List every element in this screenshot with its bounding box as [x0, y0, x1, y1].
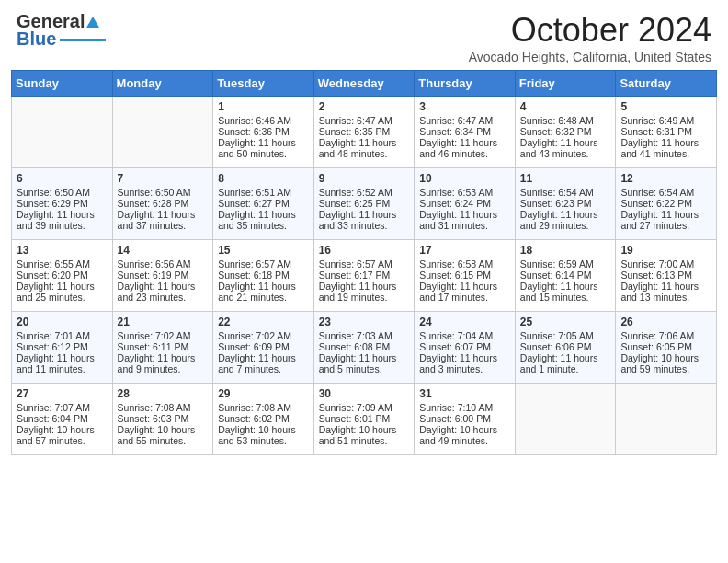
day-number: 23 [319, 316, 410, 328]
day-number: 26 [620, 316, 711, 328]
sunset-text: Sunset: 6:04 PM [17, 413, 108, 424]
page-header: General Blue October 2024 Avocado Height… [0, 0, 728, 70]
sunrise-text: Sunrise: 6:46 AM [218, 115, 309, 126]
calendar-cell: 20Sunrise: 7:01 AMSunset: 6:12 PMDayligh… [12, 312, 113, 384]
sunset-text: Sunset: 6:34 PM [419, 126, 510, 137]
calendar-cell: 4Sunrise: 6:48 AMSunset: 6:32 PMDaylight… [515, 97, 616, 168]
day-number: 13 [17, 244, 108, 257]
calendar-week-row: 1Sunrise: 6:46 AMSunset: 6:36 PMDaylight… [12, 97, 717, 168]
calendar-cell: 18Sunrise: 6:59 AMSunset: 6:14 PMDayligh… [515, 240, 616, 312]
day-of-week-header: Wednesday [313, 71, 415, 97]
day-number: 18 [520, 244, 611, 257]
sunset-text: Sunset: 6:03 PM [118, 413, 209, 424]
sunrise-text: Sunrise: 7:00 AM [620, 259, 711, 270]
logo: General Blue [17, 11, 106, 50]
daylight-text: Daylight: 11 hours and 1 minute. [520, 352, 611, 374]
calendar-cell: 13Sunrise: 6:55 AMSunset: 6:20 PMDayligh… [12, 240, 113, 312]
day-number: 29 [218, 387, 309, 400]
sunrise-text: Sunrise: 7:01 AM [17, 330, 108, 341]
calendar-cell [112, 97, 213, 168]
calendar-week-row: 27Sunrise: 7:07 AMSunset: 6:04 PMDayligh… [12, 384, 717, 455]
sunset-text: Sunset: 6:12 PM [17, 341, 108, 352]
daylight-text: Daylight: 11 hours and 9 minutes. [118, 352, 209, 374]
daylight-text: Daylight: 11 hours and 33 minutes. [319, 209, 410, 231]
sunrise-text: Sunrise: 7:09 AM [319, 402, 410, 413]
day-number: 24 [419, 316, 510, 328]
daylight-text: Daylight: 11 hours and 15 minutes. [520, 281, 611, 303]
daylight-text: Daylight: 11 hours and 37 minutes. [118, 209, 209, 231]
sunset-text: Sunset: 6:35 PM [319, 126, 410, 137]
daylight-text: Daylight: 11 hours and 25 minutes. [17, 281, 108, 303]
daylight-text: Daylight: 10 hours and 51 minutes. [319, 424, 410, 446]
sunrise-text: Sunrise: 7:08 AM [118, 402, 209, 413]
calendar-cell: 1Sunrise: 6:46 AMSunset: 6:36 PMDaylight… [213, 97, 314, 168]
day-number: 8 [218, 172, 309, 185]
sunset-text: Sunset: 6:31 PM [620, 126, 711, 137]
day-number: 30 [319, 387, 410, 400]
sunrise-text: Sunrise: 6:49 AM [620, 115, 711, 126]
daylight-text: Daylight: 11 hours and 39 minutes. [17, 209, 108, 231]
sunset-text: Sunset: 6:36 PM [218, 126, 309, 137]
sunset-text: Sunset: 6:25 PM [319, 198, 410, 209]
daylight-text: Daylight: 11 hours and 43 minutes. [520, 137, 611, 159]
sunset-text: Sunset: 6:01 PM [319, 413, 410, 424]
day-of-week-header: Saturday [616, 71, 717, 97]
calendar-week-row: 6Sunrise: 6:50 AMSunset: 6:29 PMDaylight… [12, 168, 717, 240]
sunrise-text: Sunrise: 6:48 AM [520, 115, 611, 126]
calendar-cell: 12Sunrise: 6:54 AMSunset: 6:22 PMDayligh… [616, 168, 717, 240]
day-of-week-header: Friday [515, 71, 616, 97]
daylight-text: Daylight: 11 hours and 46 minutes. [419, 137, 510, 159]
day-number: 31 [419, 387, 510, 400]
sunset-text: Sunset: 6:18 PM [218, 270, 309, 281]
sunrise-text: Sunrise: 7:10 AM [419, 402, 510, 413]
daylight-text: Daylight: 11 hours and 7 minutes. [218, 352, 309, 374]
calendar-cell: 9Sunrise: 6:52 AMSunset: 6:25 PMDaylight… [313, 168, 415, 240]
day-number: 16 [319, 244, 410, 257]
calendar-body: 1Sunrise: 6:46 AMSunset: 6:36 PMDaylight… [12, 97, 717, 455]
calendar-cell [12, 97, 113, 168]
sunrise-text: Sunrise: 7:08 AM [218, 402, 309, 413]
sunrise-text: Sunrise: 6:54 AM [620, 187, 711, 198]
sunrise-text: Sunrise: 7:06 AM [620, 330, 711, 341]
daylight-text: Daylight: 10 hours and 55 minutes. [118, 424, 209, 446]
sunset-text: Sunset: 6:20 PM [17, 270, 108, 281]
calendar-cell: 28Sunrise: 7:08 AMSunset: 6:03 PMDayligh… [112, 384, 213, 455]
sunset-text: Sunset: 6:13 PM [620, 270, 711, 281]
calendar-cell: 22Sunrise: 7:02 AMSunset: 6:09 PMDayligh… [213, 312, 314, 384]
calendar-week-row: 20Sunrise: 7:01 AMSunset: 6:12 PMDayligh… [12, 312, 717, 384]
sunset-text: Sunset: 6:05 PM [620, 341, 711, 352]
daylight-text: Daylight: 11 hours and 13 minutes. [620, 281, 711, 303]
sunset-text: Sunset: 6:09 PM [218, 341, 309, 352]
daylight-text: Daylight: 10 hours and 53 minutes. [218, 424, 309, 446]
sunrise-text: Sunrise: 6:50 AM [17, 187, 108, 198]
daylight-text: Daylight: 11 hours and 11 minutes. [17, 352, 108, 374]
sunset-text: Sunset: 6:27 PM [218, 198, 309, 209]
sunset-text: Sunset: 6:08 PM [319, 341, 410, 352]
daylight-text: Daylight: 11 hours and 48 minutes. [319, 137, 410, 159]
calendar-cell: 27Sunrise: 7:07 AMSunset: 6:04 PMDayligh… [12, 384, 113, 455]
calendar-cell: 29Sunrise: 7:08 AMSunset: 6:02 PMDayligh… [213, 384, 314, 455]
calendar-cell: 3Sunrise: 6:47 AMSunset: 6:34 PMDaylight… [415, 97, 516, 168]
daylight-text: Daylight: 11 hours and 41 minutes. [620, 137, 711, 159]
sunrise-text: Sunrise: 6:57 AM [319, 259, 410, 270]
sunrise-text: Sunrise: 6:55 AM [17, 259, 108, 270]
calendar-table: SundayMondayTuesdayWednesdayThursdayFrid… [11, 70, 717, 455]
sunset-text: Sunset: 6:17 PM [319, 270, 410, 281]
sunrise-text: Sunrise: 7:04 AM [419, 330, 510, 341]
day-number: 7 [118, 172, 209, 185]
calendar-cell: 10Sunrise: 6:53 AMSunset: 6:24 PMDayligh… [415, 168, 516, 240]
daylight-text: Daylight: 11 hours and 27 minutes. [620, 209, 711, 231]
day-number: 5 [620, 100, 711, 113]
calendar-cell: 2Sunrise: 6:47 AMSunset: 6:35 PMDaylight… [313, 97, 415, 168]
calendar-cell: 14Sunrise: 6:56 AMSunset: 6:19 PMDayligh… [112, 240, 213, 312]
month-title: October 2024 [469, 11, 711, 50]
calendar-cell: 25Sunrise: 7:05 AMSunset: 6:06 PMDayligh… [515, 312, 616, 384]
calendar-header-row: SundayMondayTuesdayWednesdayThursdayFrid… [12, 71, 717, 97]
sunrise-text: Sunrise: 7:03 AM [319, 330, 410, 341]
sunset-text: Sunset: 6:24 PM [419, 198, 510, 209]
calendar-cell: 23Sunrise: 7:03 AMSunset: 6:08 PMDayligh… [313, 312, 415, 384]
day-number: 15 [218, 244, 309, 257]
day-number: 9 [319, 172, 410, 185]
daylight-text: Daylight: 11 hours and 21 minutes. [218, 281, 309, 303]
calendar-cell: 19Sunrise: 7:00 AMSunset: 6:13 PMDayligh… [616, 240, 717, 312]
